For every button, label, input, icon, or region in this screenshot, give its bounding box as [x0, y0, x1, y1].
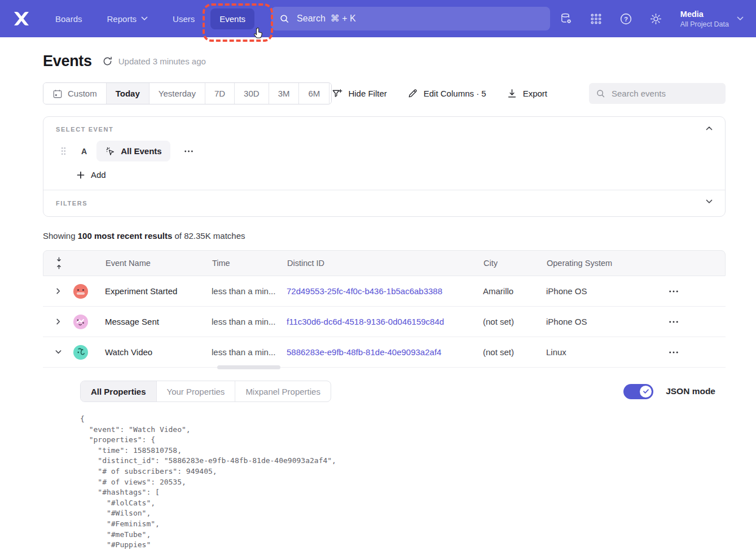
search-icon	[596, 89, 605, 98]
add-label: Add	[91, 170, 106, 180]
date-option-30d[interactable]: 30D	[234, 83, 269, 104]
cell-event-name: Message Sent	[105, 317, 212, 326]
data-management-icon[interactable]	[560, 12, 573, 25]
drag-handle-icon[interactable]	[61, 147, 66, 155]
select-event-section: SELECT EVENT A All Events	[43, 117, 725, 190]
properties-tabs: All Properties Your Properties Mixpanel …	[80, 381, 331, 402]
funnel-plus-icon	[332, 88, 342, 99]
chevron-right-icon	[55, 288, 61, 294]
mixpanel-logo-icon[interactable]	[11, 10, 32, 28]
row-collapse-button[interactable]	[52, 346, 65, 359]
date-option-label: 6M	[308, 89, 320, 98]
cell-event-name: Watch Video	[105, 347, 212, 357]
cell-time: less than a min...	[212, 286, 287, 296]
cell-distinct-id-link[interactable]: 72d49553-25fc-4f0c-b436-1b5ac6ab3388	[287, 286, 483, 296]
chevron-down-icon[interactable]	[706, 199, 713, 204]
nav-items: Boards Reports Users Events	[46, 8, 254, 29]
tab-label: Mixpanel Properties	[245, 387, 320, 396]
nav-item-boards[interactable]: Boards	[46, 8, 91, 29]
global-search[interactable]	[271, 7, 550, 30]
date-option-label: Yesterday	[159, 89, 196, 98]
export-button[interactable]: Export	[507, 88, 547, 99]
check-icon	[643, 389, 649, 394]
event-row-letter: A	[81, 147, 87, 156]
cell-os: Linux	[546, 347, 654, 357]
column-header-event-name: Event Name	[106, 259, 212, 268]
date-option-yesterday[interactable]: Yesterday	[149, 83, 205, 104]
row-expand-button[interactable]	[52, 285, 65, 298]
events-search[interactable]	[589, 83, 726, 104]
add-event-button[interactable]: Add	[77, 170, 713, 180]
avatar	[73, 284, 88, 299]
nav-item-events[interactable]: Events	[210, 8, 254, 29]
cell-distinct-id-link[interactable]: 5886283e-e9fb-48fb-81de-40e9093a2af4	[287, 347, 483, 357]
ellipsis-icon	[669, 321, 678, 323]
toggle-knob	[640, 386, 652, 398]
date-option-label: 30D	[244, 89, 260, 98]
chevron-up-icon[interactable]	[706, 126, 713, 130]
date-option-custom[interactable]: Custom	[43, 83, 106, 104]
export-label: Export	[523, 89, 547, 98]
settings-gear-icon[interactable]	[649, 12, 662, 25]
column-header-time: Time	[212, 259, 287, 268]
event-detail-panel: All Properties Your Properties Mixpanel …	[43, 368, 726, 550]
tab-mixpanel-properties[interactable]: Mixpanel Properties	[235, 381, 331, 401]
collapse-all-icon[interactable]	[55, 257, 63, 269]
event-selector-button[interactable]: All Events	[96, 141, 170, 161]
nav-label: Reports	[107, 14, 137, 24]
horizontal-scrollbar-thumb[interactable]	[217, 365, 280, 369]
table-row: Experiment Started less than a min... 72…	[43, 276, 726, 307]
pencil-icon	[407, 88, 418, 99]
events-search-input[interactable]	[610, 88, 719, 99]
row-actions-button[interactable]	[669, 290, 678, 293]
cell-city: (not set)	[483, 347, 546, 357]
event-options-button[interactable]	[181, 147, 196, 156]
chevron-down-icon	[737, 16, 744, 21]
hide-filter-button[interactable]: Hide Filter	[332, 88, 386, 99]
date-option-label: Custom	[68, 89, 97, 98]
date-option-3m[interactable]: 3M	[269, 83, 299, 104]
select-event-label: SELECT EVENT	[56, 126, 713, 133]
project-name: Media	[680, 9, 729, 20]
nav-item-reports[interactable]: Reports	[98, 8, 157, 29]
results-summary: Showing 100 most recent results of 82.35…	[43, 231, 726, 241]
top-navbar: Boards Reports Users Events	[0, 0, 756, 37]
detail-header: All Properties Your Properties Mixpanel …	[80, 381, 715, 402]
date-option-label: Today	[116, 89, 140, 98]
apps-grid-icon[interactable]	[590, 12, 603, 25]
edit-columns-label: Edit Columns · 5	[424, 89, 486, 98]
json-mode-toggle[interactable]	[623, 384, 653, 399]
tab-all-properties[interactable]: All Properties	[81, 381, 156, 401]
sparkle-cursor-icon	[105, 146, 115, 156]
edit-columns-button[interactable]: Edit Columns · 5	[407, 88, 486, 99]
row-expand-button[interactable]	[52, 315, 65, 328]
global-search-input[interactable]	[296, 13, 542, 24]
row-actions-button[interactable]	[669, 351, 678, 353]
plus-icon	[77, 171, 85, 179]
table-header: Event Name Time Distinct ID City Operati…	[43, 250, 726, 276]
row-actions-button[interactable]	[669, 321, 678, 323]
date-option-today[interactable]: Today	[106, 83, 149, 104]
cell-event-name: Experiment Started	[105, 286, 212, 296]
refresh-icon[interactable]	[102, 56, 113, 67]
help-icon[interactable]: ?	[619, 12, 632, 25]
controls-row: Custom Today Yesterday 7D 30D 3M 6M 12M …	[43, 82, 726, 104]
tab-your-properties[interactable]: Your Properties	[156, 381, 235, 401]
cell-distinct-id-link[interactable]: f11c30d6-dc6d-4518-9136-0d046159c84d	[287, 317, 483, 326]
calendar-icon	[52, 89, 63, 99]
tab-label: Your Properties	[167, 387, 225, 396]
project-switcher[interactable]: Media All Project Data	[680, 9, 744, 29]
nav-item-users[interactable]: Users	[164, 8, 204, 29]
ellipsis-icon	[669, 351, 678, 353]
filters-section[interactable]: FILTERS	[43, 190, 725, 216]
date-option-7d[interactable]: 7D	[205, 83, 234, 104]
hide-filter-label: Hide Filter	[348, 89, 386, 98]
avatar	[73, 345, 88, 360]
column-header-distinct-id: Distinct ID	[287, 259, 484, 268]
download-icon	[507, 88, 517, 99]
hand-pointer-cursor-icon	[252, 27, 265, 40]
summary-bold: 100 most recent results	[78, 231, 173, 241]
table-row: Watch Video less than a min... 5886283e-…	[43, 337, 726, 368]
date-option-6m[interactable]: 6M	[298, 83, 329, 104]
avatar	[73, 315, 88, 329]
